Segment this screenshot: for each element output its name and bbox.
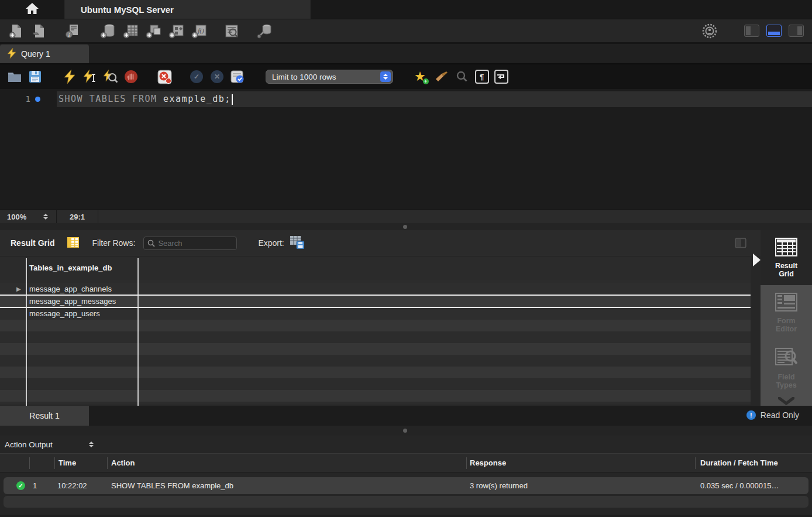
search-table-data-button[interactable] [223, 23, 240, 39]
column-header-duration[interactable]: Duration / Fetch Time [700, 458, 778, 467]
open-sql-file-button[interactable] [31, 23, 47, 39]
grid-columns-icon[interactable] [67, 237, 79, 249]
sidebar-item-result-grid[interactable]: Result Grid [761, 230, 812, 285]
panel-selector-stepper[interactable] [89, 441, 94, 447]
collapse-grid-toolbar-icon[interactable] [735, 238, 746, 250]
search-input[interactable] [158, 239, 228, 248]
beautify-button[interactable] [434, 69, 449, 84]
toggle-output-panel-button[interactable] [766, 25, 782, 37]
result-tab-label: Result 1 [29, 411, 59, 420]
export-icon[interactable] [290, 236, 304, 251]
sql-editor[interactable]: 1 SHOW TABLES FROM example_db; [0, 89, 812, 210]
action-output-row[interactable]: ✓ 1 10:22:02 SHOW TABLES FROM example_db… [4, 477, 808, 494]
execute-current-button[interactable] [82, 69, 98, 84]
search-icon [147, 239, 155, 247]
create-schema-button[interactable] [100, 23, 116, 39]
add-snippet-button[interactable]: ★+ [414, 70, 426, 83]
toolbar-spacer [724, 30, 737, 31]
horizontal-splitter[interactable] [0, 223, 812, 230]
create-table-button[interactable] [123, 23, 139, 39]
db-connection-tool-button[interactable] [257, 23, 273, 39]
splitter-handle-icon [403, 429, 407, 433]
result-tab-bar: Result 1 ! Read Only [0, 406, 812, 426]
explain-button[interactable] [103, 69, 118, 84]
sidebar-item-form-editor[interactable]: Form Editor [761, 285, 812, 341]
grid-body: ▶ message_app_channels message_app_messa… [0, 280, 751, 405]
toggle-invisibles-button[interactable]: ¶ [475, 70, 489, 84]
row-duration: 0.035 sec / 0.000015… [700, 481, 779, 490]
field-types-icon [775, 348, 797, 369]
editor-status-bar: 100% 29:1 [0, 210, 812, 223]
result-grid-section: Result Grid Filter Rows: Export: Tables_… [0, 230, 812, 426]
read-only-label: Read Only [761, 410, 799, 420]
export-label: Export: [258, 238, 284, 248]
success-check-icon: ✓ [16, 481, 25, 490]
sql-code-line[interactable]: SHOW TABLES FROM example_db; [59, 91, 233, 107]
open-file-button[interactable] [7, 69, 22, 84]
text-caret [232, 94, 233, 105]
row-action: SHOW TABLES FROM example_db [111, 481, 233, 490]
table-row[interactable]: ▶ message_app_channels [0, 283, 751, 295]
svg-text:f(): f() [198, 27, 204, 35]
sidebar-more-control[interactable] [761, 396, 812, 406]
home-icon [25, 2, 39, 16]
toggle-autocommit-button[interactable] [230, 69, 245, 84]
column-divider [29, 457, 30, 469]
column-header-response[interactable]: Response [470, 458, 506, 467]
toggle-right-sidebar-button[interactable] [789, 25, 804, 37]
line-number: 1 [0, 91, 30, 107]
filter-search-box[interactable] [143, 237, 237, 250]
limit-rows-value: Limit to 1000 rows [272, 73, 336, 81]
rollback-button[interactable]: ✕ [209, 69, 225, 84]
inspector-button[interactable]: i [64, 23, 81, 39]
toolbar-spacer [246, 30, 257, 31]
zoom-level: 100% [0, 213, 35, 221]
zoom-stepper[interactable] [43, 214, 48, 220]
result-tab[interactable]: Result 1 [0, 406, 89, 426]
action-output-title: Action Output [5, 440, 53, 449]
empty-grid-rows [0, 320, 751, 405]
action-output-header: Action Output [0, 436, 812, 453]
create-view-button[interactable] [146, 23, 162, 39]
stop-button[interactable] [123, 69, 139, 84]
query-tab[interactable]: Query 1 [0, 44, 89, 63]
toolbar-spacer [144, 77, 157, 77]
table-row[interactable]: message_app_messages [0, 295, 751, 307]
execute-button[interactable] [62, 69, 77, 84]
connection-tab[interactable]: Ubuntu MySQL Server [64, 0, 311, 19]
result-grid-toolbar: Result Grid Filter Rows: Export: [0, 230, 812, 256]
create-function-button[interactable]: f() [191, 23, 208, 39]
plus-badge-icon: + [423, 78, 429, 84]
sidebar-item-field-types[interactable]: Field Types [761, 341, 812, 396]
result-grid-title: Result Grid [11, 238, 54, 248]
grid-column-divider[interactable] [137, 258, 139, 430]
form-editor-icon [775, 293, 797, 313]
action-output-column-headers: Time Action Response Duration / Fetch Ti… [0, 453, 812, 473]
table-row[interactable]: message_app_users [0, 307, 751, 320]
toolbar-spacer [48, 77, 62, 77]
toggle-left-sidebar-button[interactable] [744, 25, 759, 37]
column-header-time[interactable]: Time [59, 458, 76, 467]
selection-line [0, 307, 751, 308]
query-tab-label: Query 1 [21, 49, 50, 59]
limit-rows-select[interactable]: Limit to 1000 rows [266, 70, 393, 84]
sidebar-item-label: Result Grid [769, 262, 804, 278]
column-divider [107, 457, 108, 469]
save-button[interactable] [27, 69, 43, 84]
home-tab[interactable] [0, 0, 64, 19]
column-divider [466, 457, 467, 469]
commit-button[interactable]: ✓ [189, 69, 204, 84]
new-sql-tab-button[interactable] [8, 23, 25, 39]
row-time: 10:22:02 [57, 481, 87, 490]
grid-column-header[interactable]: Tables_in_example_db [29, 263, 112, 272]
column-header-action[interactable]: Action [111, 458, 135, 467]
column-divider [54, 457, 55, 469]
toggle-word-wrap-button[interactable] [494, 70, 508, 84]
caret-position: 29:1 [57, 213, 98, 221]
horizontal-splitter[interactable] [0, 426, 812, 436]
toggle-stop-on-error-button[interactable] [157, 69, 172, 84]
create-procedure-button[interactable] [168, 23, 185, 39]
cell-value: message_app_channels [29, 285, 112, 293]
collapse-arrow-icon[interactable] [753, 254, 761, 266]
find-button[interactable] [455, 69, 470, 84]
